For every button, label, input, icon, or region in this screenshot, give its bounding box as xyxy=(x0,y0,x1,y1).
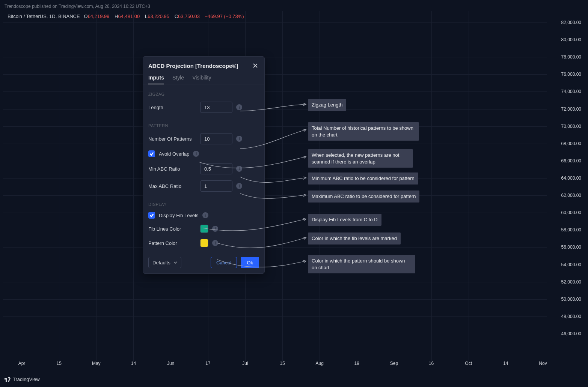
tradingview-logo-icon xyxy=(4,376,11,382)
footer-brand-label: TradingView xyxy=(13,376,40,382)
footer-brand: TradingView xyxy=(4,376,40,382)
svg-point-0 xyxy=(8,377,10,378)
annotation-connectors xyxy=(0,0,588,387)
